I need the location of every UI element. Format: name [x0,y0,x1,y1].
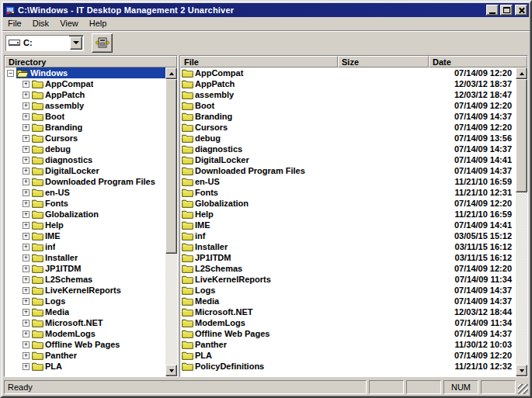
tree-item[interactable]: +inf [5,241,165,252]
maximize-button[interactable] [500,5,513,16]
drive-selector[interactable]: C: [5,35,84,51]
file-row[interactable]: Offline Web Pages07/14/09 14:37 [180,328,516,339]
expand-box-icon[interactable]: + [23,309,30,316]
expand-box-icon[interactable]: + [23,102,30,109]
expand-box-icon[interactable]: + [23,178,30,185]
file-row[interactable]: Cursors07/14/09 12:20 [180,122,516,133]
tree-scrollbar[interactable] [165,67,177,376]
file-row[interactable]: debug07/14/09 13:56 [180,133,516,144]
expand-box-icon[interactable]: + [23,168,30,175]
expand-box-icon[interactable]: + [23,254,30,261]
menu-view[interactable]: View [54,18,84,29]
file-row[interactable]: Panther11/30/12 10:03 [180,339,516,350]
file-row[interactable]: Help11/21/10 16:59 [180,209,516,220]
file-row[interactable]: Microsoft.NET12/03/12 18:44 [180,306,516,317]
tree-scroll-up-button[interactable] [165,67,177,79]
list-scroll-up-button[interactable] [516,67,527,79]
drive-selector-value-area[interactable]: C: [6,36,69,50]
tree-item[interactable]: +Microsoft.NET [5,317,165,328]
expand-box-icon[interactable]: + [23,320,30,327]
expand-box-icon[interactable]: + [23,341,30,348]
tree-item[interactable]: +DigitalLocker [5,165,165,176]
menu-file[interactable]: File [2,18,27,29]
list-scrollbar-thumb[interactable] [516,79,527,192]
file-row[interactable]: Media07/14/09 14:37 [180,296,516,306]
tree-item[interactable]: +diagnostics [5,154,165,165]
menu-disk[interactable]: Disk [27,18,54,29]
file-row[interactable]: Downloaded Program Files07/14/09 14:37 [180,165,516,176]
unarchive-tool-button[interactable] [92,33,113,53]
column-header-size[interactable]: Size [338,56,429,67]
close-button[interactable] [515,5,527,16]
file-row[interactable]: DigitalLocker07/14/09 14:41 [180,154,516,165]
drive-selector-dropdown-button[interactable] [70,36,82,50]
tree-item[interactable]: +Offline Web Pages [5,339,165,350]
expand-box-icon[interactable]: + [23,331,30,337]
tree-item[interactable]: +Downloaded Program Files [5,176,165,187]
title-bar[interactable]: C:\Windows - IT Desktop Management 2 Una… [3,3,529,17]
collapse-box-icon[interactable]: − [7,70,14,77]
expand-box-icon[interactable]: + [23,287,30,294]
list-scrollbar[interactable] [516,67,527,376]
expand-box-icon[interactable]: + [23,81,30,88]
expand-box-icon[interactable]: + [23,244,30,251]
expand-box-icon[interactable]: + [23,233,30,240]
tree-scrollbar-thumb[interactable] [165,79,177,254]
expand-box-icon[interactable]: + [23,265,30,272]
tree-item[interactable]: +Cursors [5,133,165,144]
file-row[interactable]: Branding07/14/09 14:37 [180,111,516,122]
tree-item[interactable]: +AppCompat [5,78,165,89]
expand-box-icon[interactable]: + [23,124,30,131]
tree-item[interactable]: +L2Schemas [5,274,165,285]
tree-item[interactable]: +ModemLogs [5,328,165,339]
expand-box-icon[interactable]: + [23,189,30,196]
tree-item[interactable]: +JP1ITDM [5,263,165,274]
tree-item[interactable]: +debug [5,144,165,154]
file-row[interactable]: AppPatch12/03/12 18:37 [180,78,516,89]
column-header-date[interactable]: Date [429,56,527,67]
tree-item[interactable]: +Help [5,220,165,230]
tree-item[interactable]: +PLA [5,361,165,372]
expand-box-icon[interactable]: + [23,363,30,370]
file-row[interactable]: en-US11/21/10 16:59 [180,176,516,187]
menu-help[interactable]: Help [84,18,113,29]
expand-box-icon[interactable]: + [23,276,30,283]
expand-box-icon[interactable]: + [23,135,30,142]
expand-box-icon[interactable]: + [23,352,30,359]
minimize-button[interactable] [486,5,499,16]
file-row[interactable]: ModemLogs07/14/09 11:34 [180,317,516,328]
expand-box-icon[interactable]: + [23,92,30,99]
tree-scrollbar-track[interactable] [165,254,177,365]
list-scroll-down-button[interactable] [516,365,527,376]
tree-item[interactable]: +Panther [5,350,165,361]
tree-item[interactable]: +Installer [5,252,165,263]
tree-item[interactable]: +Globalization [5,209,165,220]
file-row[interactable]: PLA07/14/09 12:20 [180,350,516,361]
file-row[interactable]: Globalization07/14/09 12:20 [180,198,516,209]
tree-item[interactable]: +en-US [5,187,165,198]
expand-box-icon[interactable]: + [23,200,30,207]
column-header-file[interactable]: File [180,56,338,67]
expand-box-icon[interactable]: + [23,222,30,229]
file-row[interactable]: Logs07/14/09 14:37 [180,285,516,296]
file-row[interactable]: Installer03/11/15 16:12 [180,241,516,252]
file-row[interactable]: inf03/05/15 15:12 [180,230,516,241]
file-row[interactable]: Fonts11/21/10 12:31 [180,187,516,198]
expand-box-icon[interactable]: + [23,113,30,120]
tree-item[interactable]: +Media [5,306,165,317]
directory-column-header[interactable]: Directory [5,56,177,67]
list-scrollbar-track[interactable] [516,192,527,365]
file-row[interactable]: diagnostics07/14/09 14:37 [180,144,516,154]
tree-scroll-down-button[interactable] [165,365,177,376]
tree-item[interactable]: +LiveKernelReports [5,285,165,296]
tree-item[interactable]: +IME [5,230,165,241]
file-row[interactable]: L2Schemas07/14/09 12:20 [180,263,516,274]
file-row[interactable]: AppCompat07/14/09 12:20 [180,67,516,78]
file-row[interactable]: assembly12/03/12 18:47 [180,89,516,100]
expand-box-icon[interactable]: + [23,298,30,305]
file-row[interactable]: PolicyDefinitions11/21/10 12:32 [180,361,516,372]
file-row[interactable]: JP1ITDM03/11/15 16:12 [180,252,516,263]
tree-item[interactable]: +Logs [5,296,165,306]
expand-box-icon[interactable]: + [23,146,30,153]
file-row[interactable]: Boot07/14/09 12:20 [180,100,516,111]
